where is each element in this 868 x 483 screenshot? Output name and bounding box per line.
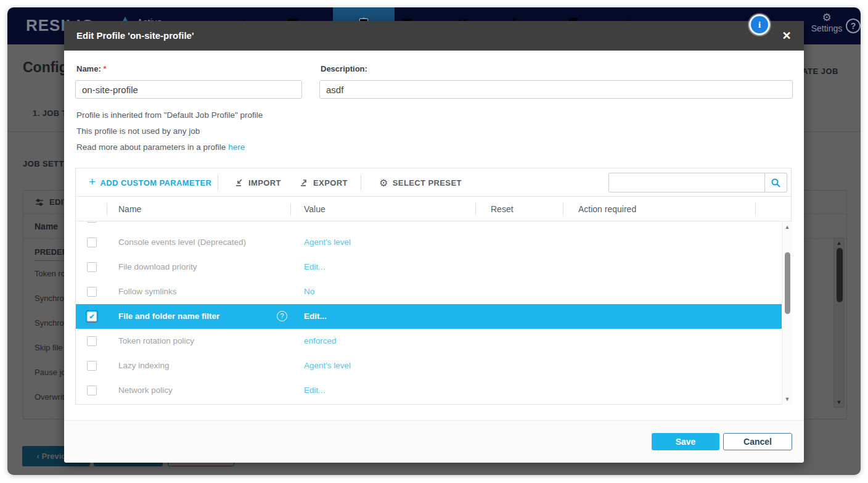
param-value-link[interactable]: Edit filter <box>304 221 337 230</box>
param-value-link[interactable]: Edit... <box>304 378 326 403</box>
read-more-note: Read more about parameters in a profile … <box>76 142 245 152</box>
row-checkbox[interactable] <box>87 262 97 272</box>
here-link[interactable]: here <box>228 142 245 152</box>
row-checkbox[interactable] <box>87 336 97 346</box>
parameters-toolbar: + ADD CUSTOM PARAMETER IMPORT EXPORT <box>76 168 791 197</box>
description-field-label: Description: <box>321 64 367 73</box>
param-name: File and folder name filter <box>118 304 219 329</box>
cancel-button[interactable]: Cancel <box>723 433 792 450</box>
table-row[interactable]: Event filter Edit filter <box>76 221 782 230</box>
select-preset-button[interactable]: ⚙ SELECT PRESET <box>379 168 462 197</box>
plus-icon: + <box>89 175 96 189</box>
gear-icon: ⚙ <box>379 177 388 189</box>
row-checkbox[interactable] <box>87 221 97 223</box>
table-row[interactable]: Lazy indexing Agent's level <box>76 353 782 378</box>
param-name: Event filter <box>118 221 158 230</box>
required-mark: * <box>103 64 106 73</box>
divider <box>107 203 107 215</box>
search-button[interactable] <box>764 173 787 192</box>
param-value-link[interactable]: Agent's level <box>304 230 351 255</box>
row-checkbox[interactable] <box>87 237 97 247</box>
col-header-value[interactable]: Value <box>304 197 326 221</box>
search-icon <box>771 178 781 188</box>
name-field-label: Name: * <box>76 64 106 73</box>
parameters-panel: + ADD CUSTOM PARAMETER IMPORT EXPORT <box>75 168 792 405</box>
nav-item-settings[interactable]: ⚙ Settings <box>805 12 848 33</box>
help-icon[interactable]: ? <box>846 19 861 33</box>
parameters-table-header: Name Value Reset Action required <box>76 197 791 221</box>
param-value-link[interactable]: Edit... <box>304 304 327 329</box>
info-icon[interactable]: i <box>749 14 770 35</box>
import-icon <box>235 178 244 188</box>
modal-title: Edit Profile 'on-site-profile' <box>76 30 194 41</box>
col-header-action-required[interactable]: Action required <box>578 197 636 221</box>
table-row[interactable]: Network policy Edit... <box>76 378 782 403</box>
parameter-search <box>608 173 787 192</box>
row-checkbox[interactable] <box>87 287 97 297</box>
export-icon <box>300 178 309 188</box>
close-icon[interactable]: ✕ <box>779 28 794 43</box>
help-circle-icon[interactable]: ? <box>277 311 287 321</box>
add-custom-parameter-button[interactable]: + ADD CUSTOM PARAMETER <box>89 168 211 197</box>
modal-header: Edit Profile 'on-site-profile' ✕ <box>64 21 804 51</box>
param-value-link[interactable]: Edit... <box>304 255 326 279</box>
param-name: Console events level (Deprecated) <box>118 230 246 255</box>
description-input[interactable] <box>319 80 793 99</box>
table-row[interactable]: Follow symlinks No <box>76 279 782 304</box>
row-checkbox-checked[interactable]: ✔ <box>87 312 97 321</box>
row-checkbox[interactable] <box>87 361 97 371</box>
param-value-link[interactable]: Agent's level <box>304 353 351 378</box>
edit-profile-modal: Edit Profile 'on-site-profile' ✕ i Name:… <box>64 21 804 463</box>
divider <box>290 203 291 215</box>
divider <box>218 175 218 190</box>
param-value-link[interactable]: enforced <box>304 329 337 353</box>
table-row[interactable]: Console events level (Deprecated) Agent'… <box>76 230 782 255</box>
divider <box>361 175 361 190</box>
parameters-scrollbar[interactable]: ▲ ▼ <box>782 221 792 405</box>
table-row[interactable]: Token rotation policy enforced <box>76 329 782 353</box>
modal-footer: Save Cancel <box>64 421 804 463</box>
search-input[interactable] <box>609 173 764 192</box>
row-checkbox[interactable] <box>87 386 97 395</box>
export-button[interactable]: EXPORT <box>300 168 348 197</box>
param-name: Lazy indexing <box>118 353 170 378</box>
import-button[interactable]: IMPORT <box>235 168 281 197</box>
scrollbar-thumb[interactable] <box>785 252 790 314</box>
col-header-reset[interactable]: Reset <box>491 197 514 221</box>
name-input[interactable] <box>75 80 302 99</box>
table-row-selected[interactable]: ✔ File and folder name filter ? Edit... <box>76 304 782 329</box>
scroll-down-icon[interactable]: ▼ <box>782 396 792 402</box>
param-name: Network policy <box>118 378 173 403</box>
param-name: File download priority <box>118 255 197 279</box>
app-window: RESILIO Active <box>7 7 861 475</box>
divider <box>563 203 563 215</box>
param-name: Token rotation policy <box>118 329 194 353</box>
usage-note: This profile is not used by any job <box>76 126 200 136</box>
save-button[interactable]: Save <box>652 433 719 450</box>
parameters-list: Event filter Edit filter Console events … <box>76 221 782 405</box>
inherited-note: Profile is inherited from "Default Job P… <box>76 110 263 120</box>
scroll-up-icon[interactable]: ▲ <box>782 224 792 230</box>
param-name: Follow symlinks <box>118 279 177 304</box>
table-row[interactable]: File download priority Edit... <box>76 255 782 279</box>
col-header-name[interactable]: Name <box>118 197 141 221</box>
param-value-link[interactable]: No <box>304 279 314 304</box>
gear-icon: ⚙ <box>805 12 848 23</box>
settings-label: Settings <box>805 23 848 33</box>
divider <box>475 203 476 215</box>
divider <box>755 203 756 215</box>
